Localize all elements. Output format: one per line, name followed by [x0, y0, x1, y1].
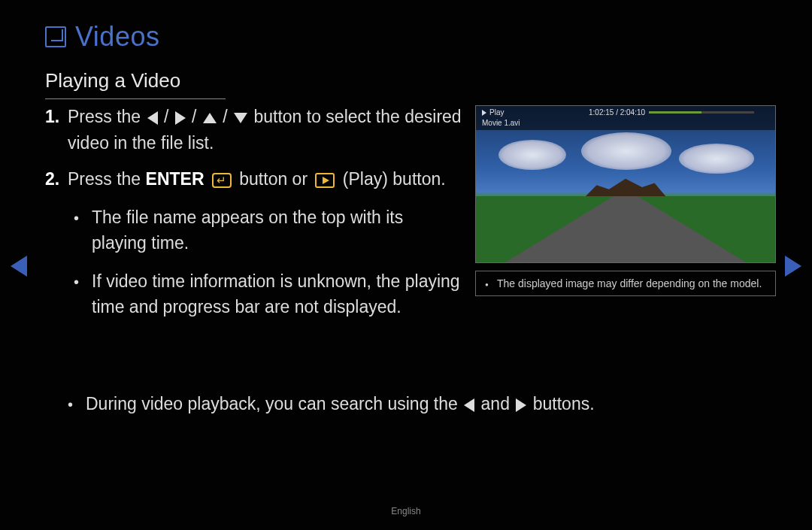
text: buttons.: [528, 394, 594, 413]
note-box: The displayed image may differ depending…: [475, 271, 776, 296]
preview-time: 1:02:15 / 2:04:10: [589, 108, 645, 117]
enter-icon: [212, 173, 232, 188]
preview-progress-fill: [649, 111, 701, 114]
preview-sky: [491, 132, 760, 185]
note-text: The displayed image may differ depending…: [497, 277, 762, 289]
bullet-text: If video time information is unknown, th…: [92, 268, 462, 320]
bookmark-icon: [45, 26, 66, 47]
text: Press the: [68, 169, 146, 189]
bullet-text: During video playback, you can search us…: [86, 391, 595, 417]
step-number: 2.: [45, 166, 68, 192]
play-triangle-icon: [482, 110, 486, 116]
play-icon: [315, 173, 335, 188]
step-2: 2. Press the ENTER button or (Play) butt…: [45, 166, 462, 192]
enter-label: ENTER: [146, 169, 205, 189]
bullet-dot-icon: [68, 391, 86, 417]
left-arrow-icon: [464, 398, 474, 412]
page-header: Videos: [45, 21, 159, 53]
text: button or: [239, 169, 312, 189]
step-number: 1.: [45, 104, 68, 156]
preview-filename: Movie 1.avi: [482, 119, 520, 127]
footer-language: English: [0, 506, 812, 516]
text: During video playback, you can search us…: [86, 394, 462, 413]
preview-play-status: Play: [482, 108, 504, 117]
bullet-dot-icon: [74, 204, 92, 256]
page-title: Videos: [75, 21, 159, 53]
preview-road: [476, 196, 775, 262]
text: /: [159, 107, 174, 126]
right-arrow-icon: [516, 398, 526, 412]
bullet-text: The file name appears on the top with it…: [92, 204, 462, 256]
bullet-dot-icon: [74, 268, 92, 320]
bullet-item-wide: During video playback, you can search us…: [68, 391, 774, 417]
text: /: [187, 107, 201, 126]
section-subtitle: Playing a Video: [45, 69, 226, 99]
text: Play: [489, 108, 504, 117]
bullet-item: If video time information is unknown, th…: [45, 268, 462, 320]
step-2-text: Press the ENTER button or (Play) button.: [68, 166, 462, 192]
preview-info-bar: Play 1:02:15 / 2:04:10 Movie 1.avi: [476, 106, 775, 130]
nav-prev-button[interactable]: [11, 256, 27, 277]
step-1-text: Press the / / / button to select the des…: [68, 104, 462, 156]
bullet-list: The file name appears on the top with it…: [45, 204, 462, 320]
bullet-item: The file name appears on the top with it…: [45, 204, 462, 256]
preview-progress-bar: [649, 111, 754, 114]
text: /: [218, 107, 232, 126]
up-arrow-icon: [203, 113, 217, 123]
left-arrow-icon: [147, 111, 158, 125]
text: and: [476, 394, 514, 413]
nav-next-button[interactable]: [785, 256, 801, 277]
note-dot-icon: [485, 277, 497, 289]
video-preview-thumbnail: Play 1:02:15 / 2:04:10 Movie 1.avi: [475, 105, 776, 263]
instruction-content: 1. Press the / / / button to select the …: [45, 104, 462, 332]
down-arrow-icon: [234, 113, 247, 123]
text: (Play) button.: [343, 169, 446, 189]
step-1: 1. Press the / / / button to select the …: [45, 104, 462, 156]
text: Press the: [68, 107, 146, 126]
right-arrow-icon: [175, 111, 186, 125]
